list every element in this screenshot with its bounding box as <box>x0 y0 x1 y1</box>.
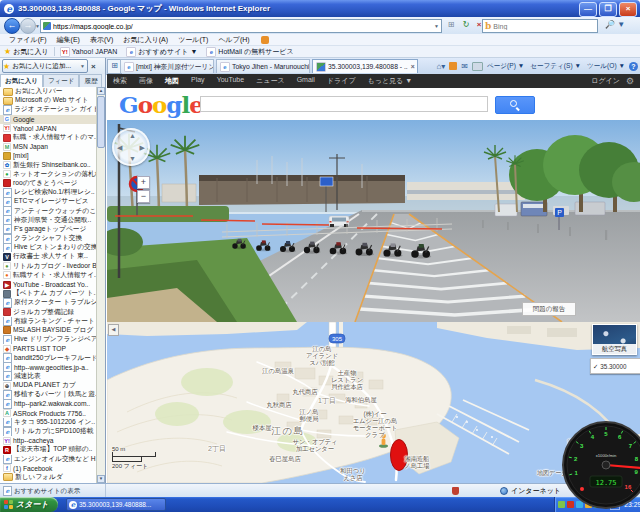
pan-right-icon[interactable]: ▶ <box>140 144 145 151</box>
favorite-item[interactable]: Y!http--cacheya <box>0 436 98 445</box>
home-icon[interactable]: ⌂▾ <box>436 62 445 71</box>
command-bar-item[interactable]: ツール(O) ▼ <box>587 62 625 71</box>
favorite-item[interactable]: MSLASH BAYSIDE ブログ <box>0 326 98 335</box>
favorite-item[interactable]: eリトルカブにSPD100搭載 <box>0 427 98 436</box>
start-button[interactable]: スタート <box>0 497 58 512</box>
favorite-item[interactable]: eF's garageトップページ <box>0 225 98 234</box>
google-nav-item[interactable]: 画像 <box>139 76 153 86</box>
google-nav-item[interactable]: ニュース <box>256 76 285 86</box>
compatibility-view-button[interactable]: ⊞ <box>444 19 458 32</box>
refresh-button[interactable]: ↻ <box>459 19 473 32</box>
menu-extension-icon[interactable] <box>261 36 269 44</box>
favorite-item[interactable]: GGoogle <box>0 115 98 124</box>
favorites-bar-item[interactable]: eHotMail の無料サービス <box>206 47 293 57</box>
address-dropdown-icon[interactable]: ▼ <box>434 23 439 29</box>
add-favorite-dropdown-icon[interactable]: ▼ <box>80 63 85 69</box>
favorite-item[interactable]: ●転職サイト・求人情報サイ.. <box>0 271 98 280</box>
feeds-icon[interactable] <box>449 62 457 70</box>
command-bar-item[interactable]: ページ(P) ▼ <box>487 62 524 71</box>
maps-search-field[interactable] <box>200 96 488 112</box>
collapse-panel-button[interactable]: ◀ <box>108 324 119 336</box>
report-problem-link[interactable]: 問題の報告 <box>522 302 576 316</box>
suggested-sites-button[interactable]: e おすすめサイトの表示 <box>0 484 106 498</box>
favorite-item[interactable]: Y!Yahoo! JAPAN <box>0 124 98 133</box>
tab-close-icon[interactable]: × <box>411 63 415 70</box>
zoom-in-button[interactable]: + <box>137 176 150 189</box>
menu-item[interactable]: 編集(E) <box>52 36 85 43</box>
menu-item[interactable]: お気に入り(A) <box>118 36 173 43</box>
favorite-item[interactable]: AASRock Products 7756.. <box>0 409 98 418</box>
pan-left-icon[interactable]: ◀ <box>117 144 122 151</box>
favorite-item[interactable]: eエンジンオイル交換など H.. <box>0 455 98 464</box>
menu-item[interactable]: 表示(V) <box>85 36 118 43</box>
favorite-item[interactable]: ebandit250ブレーキフルード.. <box>0 353 98 362</box>
close-panel-button[interactable]: × <box>91 62 96 71</box>
favorite-item[interactable]: 転職・求人情報サイトのマ.. <box>0 133 98 142</box>
google-nav-item[interactable]: Gmail <box>297 76 315 86</box>
menu-item[interactable]: ツール(T) <box>173 36 213 43</box>
browser-tab[interactable]: 35.300003,139.480088 - ..× <box>312 59 418 73</box>
favorite-item[interactable]: ●ネットオークションの落札相.. <box>0 170 98 179</box>
gear-icon[interactable]: ⚙ <box>626 76 634 86</box>
street-view-pan-control[interactable]: ▲ ▼ ◀ ▶ <box>112 128 150 166</box>
favorite-item[interactable]: eレシピ検索No.1/料理レシ.. <box>0 188 98 197</box>
favorite-item[interactable]: ◆PARTS LIST TOP <box>0 344 98 353</box>
favorite-item[interactable]: e移植するパーツ｜鉄馬と遊.. <box>0 390 98 399</box>
print-icon[interactable] <box>472 62 483 71</box>
favorites-panel-tab[interactable]: お気に入り <box>0 74 43 87</box>
taskbar-task-button[interactable]: e 35.300003,139.480888... <box>66 498 166 511</box>
maximize-button[interactable]: ❐ <box>599 2 617 17</box>
command-bar-item[interactable]: セーフティ(S) ▼ <box>530 62 581 71</box>
favorite-item[interactable]: MMSN Japan <box>0 142 98 151</box>
help-icon[interactable]: ? <box>629 62 638 71</box>
address-bar[interactable]: ▼ <box>40 19 442 33</box>
favorite-item[interactable]: e減速比表 <box>0 372 98 381</box>
favorite-item[interactable]: ✿新生銀行 Shinseibank.co.. <box>0 161 98 170</box>
google-nav-item[interactable]: 地図 <box>165 76 179 86</box>
forward-button[interactable]: → <box>20 18 36 34</box>
street-view-panorama[interactable]: P <box>107 120 640 322</box>
favorite-item[interactable]: ▶YouTube - Broadcast Yo.. <box>0 280 98 289</box>
favorite-item[interactable]: お気に入りバー <box>0 87 98 96</box>
search-go-button[interactable]: 🔎 ▼ <box>600 19 630 32</box>
favorite-item[interactable]: e有線ランキング - チャート -.. <box>0 317 98 326</box>
pan-up-icon[interactable]: ▲ <box>129 132 136 139</box>
favorite-item[interactable]: eキタコ 955-1012206 イン.. <box>0 418 98 427</box>
favorite-item[interactable]: 新しいフォルダ <box>0 473 98 482</box>
scrollbar-thumb[interactable] <box>97 96 105 148</box>
favorites-panel-tab[interactable]: フィード <box>43 74 79 87</box>
zoom-out-button[interactable]: − <box>137 190 150 203</box>
favorite-item[interactable]: eクランクシャフト交換 <box>0 234 98 243</box>
favorites-bar-item[interactable]: eおすすめサイト ▼ <box>126 47 197 57</box>
favorite-item[interactable]: eHive ピストンまわりの交換 <box>0 243 98 252</box>
google-nav-item[interactable]: もっと見る ▼ <box>368 76 413 86</box>
favorite-item[interactable]: Microsoft の Web サイト <box>0 96 98 105</box>
favorites-bar-label[interactable]: お気に入り <box>13 47 49 57</box>
scroll-down-icon[interactable]: ▼ <box>97 475 105 483</box>
maps-search-button[interactable] <box>495 96 535 114</box>
browser-tab[interactable]: eTokyo Jihen - Marunouchi .. <box>216 59 310 73</box>
menu-item[interactable]: ヘルプ(H) <box>213 36 254 43</box>
google-nav-item[interactable]: ドライブ <box>327 76 356 86</box>
search-box[interactable]: b <box>482 19 598 33</box>
favorite-item[interactable]: V行政書士 求人サイト 東.. <box>0 252 98 261</box>
menu-item[interactable]: ファイル(F) <box>4 36 52 43</box>
favorite-item[interactable]: eHive ドリブンフランジベアリ.. <box>0 335 98 344</box>
google-nav-item[interactable]: Play <box>191 76 205 86</box>
favorites-panel-tab[interactable]: 履歴 <box>79 74 102 87</box>
scroll-up-icon[interactable]: ▲ <box>97 87 105 95</box>
pan-down-icon[interactable]: ▼ <box>129 155 136 162</box>
favorite-item[interactable]: ジョルカブ整備記録 <box>0 308 98 317</box>
add-favorite-button[interactable]: ★ お気に入りに追加... ▼ <box>2 59 88 73</box>
minimize-button[interactable]: ― <box>579 2 597 17</box>
favorite-item[interactable]: e神奈川県警・交通公開取.. <box>0 216 98 225</box>
aerial-view-button[interactable]: 航空写真 <box>592 324 637 355</box>
favorite-item[interactable]: e原付スクーター トラブルシュ.. <box>0 298 98 307</box>
browser-tab[interactable]: e[mixi] 神奈川原付ツーリングく.. <box>120 59 214 73</box>
favorite-item[interactable]: f(1) Facebook <box>0 464 98 473</box>
google-nav-item[interactable]: 検索 <box>113 76 127 86</box>
layer-checkbox[interactable]: ✓ 35.30000 <box>590 358 640 374</box>
back-button[interactable]: ← <box>4 18 20 34</box>
close-button[interactable]: × <box>619 2 637 17</box>
favorite-item[interactable]: ehttp--www.geocities.jp-a.. <box>0 363 98 372</box>
